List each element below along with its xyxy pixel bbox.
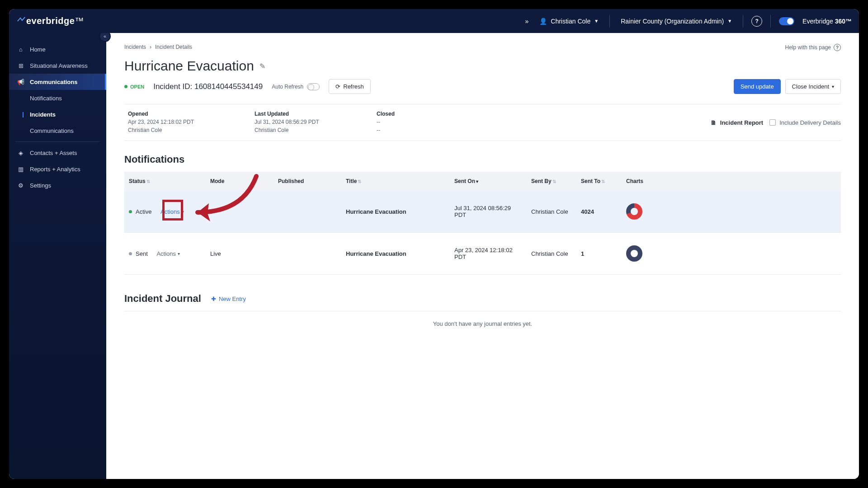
sidebar-item-label: Reports + Analytics (30, 166, 80, 173)
breadcrumb-current: Incident Details (155, 44, 192, 50)
status-dot-icon (129, 210, 132, 213)
sidebar-item-settings[interactable]: ⚙Settings (9, 177, 106, 193)
cell-mode (206, 191, 274, 233)
sidebar-item-label: Contacts + Assets (30, 150, 77, 156)
user-icon: 👤 (539, 18, 547, 25)
expand-icon[interactable]: » (525, 18, 529, 25)
caret-down-icon: ▼ (594, 19, 599, 23)
sidebar-item-label: Notifications (30, 95, 62, 102)
table-row[interactable]: Active Actions ▾ Hurricane Evacuation Ju… (124, 191, 841, 233)
page-title: Hurricane Evacuation (124, 58, 254, 74)
help-icon[interactable]: ? (751, 16, 762, 27)
col-status[interactable]: Status⇅ (124, 172, 206, 191)
sidebar: « ⌂Home ⊞Situational Awareness 📢Communic… (9, 33, 106, 479)
sidebar-sub-notifications[interactable]: Notifications (9, 90, 106, 106)
close-incident-button[interactable]: Close Incident ▾ (785, 79, 841, 94)
sort-desc-icon: ▾ (476, 179, 478, 184)
map-icon: ⊞ (17, 62, 24, 69)
breadcrumb: Incidents › Incident Details (124, 44, 841, 50)
donut-chart-icon[interactable] (626, 245, 642, 262)
status-text: Active (136, 208, 151, 215)
sidebar-item-home[interactable]: ⌂Home (9, 41, 106, 57)
donut-chart-icon[interactable] (626, 203, 642, 220)
table-row[interactable]: Sent Actions ▾ Live Hurricane Evacuation… (124, 233, 841, 275)
product-name: Everbridge 360™ (802, 18, 852, 25)
col-mode[interactable]: Mode (206, 172, 274, 191)
home-icon: ⌂ (17, 46, 24, 53)
cell-sent-by: Christian Cole (527, 191, 576, 233)
sidebar-item-contacts[interactable]: ◈Contacts + Assets (9, 145, 106, 161)
sidebar-item-label: Home (30, 46, 46, 53)
new-entry-button[interactable]: ✚New Entry (211, 296, 246, 302)
sidebar-item-communications[interactable]: 📢Communications (9, 74, 106, 90)
auto-refresh-toggle[interactable] (307, 83, 320, 90)
col-sent-to[interactable]: Sent To⇅ (576, 172, 622, 191)
caret-down-icon: ▾ (178, 251, 180, 256)
sidebar-item-label: Situational Awareness (30, 62, 88, 69)
meta-updated: Last Updated Jul 31, 2024 08:56:29 PDT C… (251, 111, 373, 134)
megaphone-icon: 📢 (17, 78, 24, 85)
cell-mode: Live (206, 233, 274, 275)
brand-logo[interactable]: everbridge™ (16, 16, 107, 26)
help-icon: ? (834, 44, 841, 51)
org-menu[interactable]: Rainier County (Organization Admin) ▼ (618, 9, 735, 33)
cell-published (274, 191, 341, 233)
col-sent-by[interactable]: Sent By⇅ (527, 172, 576, 191)
incident-report-link[interactable]: 🗎Incident Report (711, 119, 763, 126)
cell-title: Hurricane Evacuation (341, 191, 450, 233)
col-sent-on[interactable]: Sent On▾ (450, 172, 527, 191)
product-toggle[interactable] (779, 17, 794, 25)
separator (743, 15, 743, 28)
sort-icon: ⇅ (146, 179, 150, 184)
user-menu[interactable]: 👤 Christian Cole ▼ (537, 9, 601, 33)
cell-sent-by: Christian Cole (527, 233, 576, 275)
refresh-icon: ⟳ (335, 83, 340, 90)
status-dot-icon (124, 85, 127, 88)
breadcrumb-root[interactable]: Incidents (124, 44, 146, 50)
sort-icon: ⇅ (552, 179, 556, 184)
help-label: Help with this page (785, 44, 831, 51)
sort-icon: ⇅ (601, 179, 605, 184)
separator (609, 15, 610, 28)
separator (124, 311, 841, 311)
col-published[interactable]: Published (274, 172, 341, 191)
cell-sent-to: 1 (576, 233, 622, 275)
include-delivery-checkbox[interactable]: Include Delivery Details (769, 119, 841, 126)
topbar: everbridge™ » 👤 Christian Cole ▼ Rainier… (9, 9, 859, 33)
cell-title: Hurricane Evacuation (341, 233, 450, 275)
sidebar-sub-communications[interactable]: Communications (9, 122, 106, 139)
journal-empty-message: You don't have any journal entries yet. (124, 320, 841, 327)
meta-opened: Opened Apr 23, 2024 12:18:02 PDT Christi… (124, 111, 251, 134)
brand-name: everbridge™ (26, 16, 84, 26)
main-content: Incidents › Incident Details Help with t… (106, 33, 859, 479)
incident-meta: Opened Apr 23, 2024 12:18:02 PDT Christi… (124, 104, 841, 141)
cell-sent-on: Jul 31, 2024 08:56:29 PDT (450, 191, 527, 233)
notifications-heading: Notifications (124, 154, 841, 165)
pdf-icon: 🗎 (711, 119, 717, 126)
plus-icon: ✚ (211, 296, 216, 302)
col-title[interactable]: Title⇅ (341, 172, 450, 191)
user-name: Christian Cole (551, 18, 590, 25)
incident-id: Incident ID: 1608140445534149 (153, 82, 263, 91)
col-charts: Charts (622, 172, 841, 191)
sidebar-item-label: Communications (30, 79, 77, 85)
sidebar-sub-incidents[interactable]: Incidents (9, 106, 106, 122)
sidebar-item-situational[interactable]: ⊞Situational Awareness (9, 57, 106, 74)
sidebar-item-reports[interactable]: ▥Reports + Analytics (9, 161, 106, 177)
caret-down-icon: ▾ (832, 84, 834, 89)
meta-closed: Closed -- -- (373, 111, 405, 134)
everbridge-mark-icon (16, 16, 26, 26)
caret-down-icon: ▼ (727, 19, 732, 23)
separator (770, 15, 771, 28)
send-update-button[interactable]: Send update (734, 79, 781, 94)
help-with-page[interactable]: Help with this page ? (785, 44, 841, 51)
checkbox-icon (769, 119, 776, 126)
cell-sent-on: Apr 23, 2024 12:18:02 PDT (450, 233, 527, 275)
sidebar-item-label: Communications (30, 127, 74, 134)
edit-icon[interactable]: ✎ (259, 62, 265, 70)
auto-refresh-label: Auto Refresh (272, 84, 303, 90)
refresh-button[interactable]: ⟳Refresh (329, 79, 371, 94)
row-actions-menu[interactable]: Actions ▾ (160, 208, 184, 215)
row-actions-menu[interactable]: Actions ▾ (156, 250, 180, 257)
status-badge: OPEN (124, 84, 144, 89)
